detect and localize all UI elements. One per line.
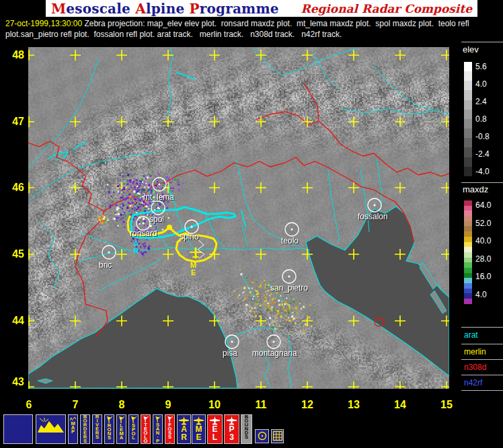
status-line1: Zebra projection: map_elev elev plot. ro… <box>82 19 469 28</box>
button-label: SPOL <box>132 424 136 440</box>
divider <box>461 42 503 42</box>
button-label: TEOLO <box>144 423 148 443</box>
button-label: MAP <box>71 422 75 434</box>
elev-tick-label: 0.8 <box>475 114 487 124</box>
lon-label-12: 12 <box>299 399 315 411</box>
lat-label-47: 47 <box>3 116 24 128</box>
elev-colorbar <box>464 62 472 176</box>
lon-label-10: 10 <box>206 399 223 411</box>
button-label: AR <box>181 425 187 441</box>
maxdz-tick-label: 64.0 <box>475 200 491 210</box>
button-label: FOSS. <box>168 423 172 443</box>
me-button[interactable]: ME <box>192 414 206 444</box>
el-button[interactable]: EL <box>207 414 223 444</box>
elev-tick-label: -2.4 <box>475 149 490 159</box>
p3-button[interactable]: P3 <box>224 414 239 444</box>
spol-button[interactable]: SPOL <box>128 414 139 444</box>
button-label: LEMA <box>119 424 123 440</box>
button-label: SAN·P <box>156 423 159 443</box>
button-label: BOUNDS <box>245 415 249 439</box>
toolbar: MAPBORDERSRIVERSRONSLEMASPOLTEOLOSAN·PFO… <box>0 412 503 448</box>
map-button[interactable]: MAP <box>68 414 78 444</box>
san-p-button[interactable]: SAN·P <box>153 414 163 444</box>
status-text: 27-oct-1999,13:30:00 Zebra projection: m… <box>5 18 503 40</box>
track-legend-n308d: n308d <box>461 359 503 375</box>
lat-label-43: 43 <box>3 376 24 388</box>
lon-label-14: 14 <box>392 399 408 411</box>
rons-button[interactable]: RONS <box>104 414 114 444</box>
ar-button[interactable]: AR <box>177 414 191 444</box>
zebra-logo-button[interactable] <box>3 414 33 444</box>
lon-label-13: 13 <box>346 399 362 411</box>
maxdz-colorbar <box>464 200 472 304</box>
elev-tick-label: -0.8 <box>475 132 490 141</box>
track-legend-label: arat <box>461 328 503 340</box>
maxdz-tick-label: 52.0 <box>475 219 491 228</box>
title-bar: Mesoscale Alpine Programme Regional Rada… <box>46 0 477 17</box>
track-legend-label: merlin <box>461 344 503 357</box>
button-label: ME <box>196 425 202 441</box>
status-line2: plot.san_pietro refl plot. fossalon refl… <box>5 30 342 39</box>
lon-label-11: 11 <box>253 399 269 411</box>
lat-label-45: 45 <box>3 248 24 260</box>
crosshair-icon <box>257 431 268 441</box>
bounds-button[interactable]: BOUNDS <box>241 414 252 444</box>
elev-tick-label: -4.0 <box>475 167 490 176</box>
maxdz-tick-label: 16.0 <box>475 272 491 281</box>
teolo-button[interactable]: TEOLO <box>141 414 151 444</box>
track-legend-label: n308d <box>461 360 503 372</box>
lon-label-15: 15 <box>438 399 455 411</box>
elev-legend-title: elev <box>463 44 479 54</box>
elev-tick-label: 5.6 <box>475 62 487 71</box>
elev-tick-label: 4.0 <box>475 79 487 89</box>
timestamp: 27-oct-1999,13:30:00 <box>5 19 82 28</box>
rivers-button[interactable]: RIVERS <box>92 414 102 444</box>
lat-label-48: 48 <box>3 49 24 61</box>
maxdz-tick-label: 40.0 <box>475 236 491 246</box>
track-legend-arat: arat <box>461 327 503 344</box>
lema-button[interactable]: LEMA <box>116 414 126 444</box>
divider <box>461 390 503 391</box>
button-label: P3 <box>229 425 234 441</box>
lat-label-46: 46 <box>3 182 24 194</box>
grid-icon <box>272 431 283 441</box>
maxdz-tick-label: 4.0 <box>475 290 487 299</box>
topo-button[interactable] <box>36 414 66 444</box>
button-label: BORDERS <box>83 415 87 443</box>
page-subtitle: Regional Radar Composite <box>301 2 472 15</box>
lon-label-6: 6 <box>21 399 37 411</box>
radar-map-canvas[interactable] <box>28 47 449 389</box>
grid-toggle-button[interactable] <box>271 429 284 443</box>
maxdz-tick-label: 28.0 <box>475 254 491 264</box>
track-legend-merlin: merlin <box>461 344 503 360</box>
lon-label-8: 8 <box>114 399 130 411</box>
lon-label-7: 7 <box>67 399 83 411</box>
mountains-icon <box>38 418 64 433</box>
lat-label-44: 44 <box>3 315 24 327</box>
recenter-button[interactable] <box>255 429 269 443</box>
page-title: Mesoscale Alpine Programme <box>51 1 279 17</box>
elev-tick-label: 2.4 <box>475 97 487 106</box>
maxdz-legend-title: maxdz <box>463 184 488 194</box>
borders-button[interactable]: BORDERS <box>80 414 90 444</box>
button-label: RIVERS <box>95 415 99 439</box>
button-label: RONS <box>108 424 112 440</box>
lon-label-9: 9 <box>160 399 176 411</box>
foss-button[interactable]: FOSS. <box>165 414 175 444</box>
zebra-radar-app: { "header": { "title_words": [ {"cap":"M… <box>0 0 503 448</box>
track-legend-label: n42rf <box>461 375 503 387</box>
button-label: EL <box>212 425 217 441</box>
divider <box>461 182 503 183</box>
track-legend-n42rf: n42rf <box>461 375 503 391</box>
